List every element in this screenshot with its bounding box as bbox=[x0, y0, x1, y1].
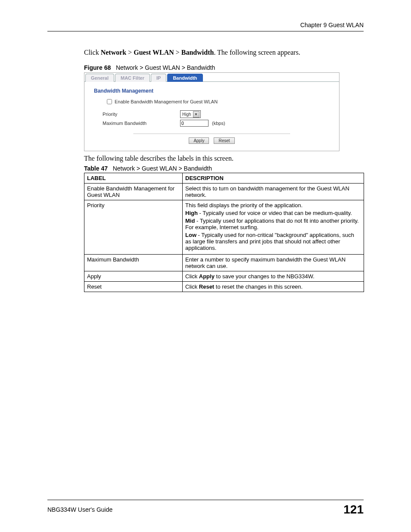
chapter-title: Chapter 9 Guest WLAN bbox=[47, 22, 364, 28]
apply-button[interactable]: Apply bbox=[189, 137, 209, 144]
cell-desc: Click Reset to reset the changes in this… bbox=[183, 282, 364, 292]
cell-label: Reset bbox=[84, 282, 183, 292]
table-header-row: LABEL DESCRIPTION bbox=[84, 173, 364, 184]
tab-bar: General MAC Filter IP Bandwidth bbox=[84, 73, 339, 82]
cell-label: Enable Bandwidth Management for Guest WL… bbox=[84, 184, 183, 200]
cell-desc: Select this to turn on bandwidth managem… bbox=[183, 184, 364, 200]
apply-bold: Apply bbox=[199, 273, 215, 280]
apply-post: to save your changes to the NBG334W. bbox=[215, 273, 314, 280]
enable-row: Enable Bandwidth Management for Guest WL… bbox=[107, 99, 333, 104]
dotted-separator bbox=[134, 134, 290, 134]
intro-sep2: > bbox=[174, 49, 181, 56]
intro-bold-guestwlan: Guest WLAN bbox=[134, 49, 174, 56]
enable-label: Enable Bandwidth Management for Guest WL… bbox=[115, 99, 218, 104]
table-caption: Table 47 Network > Guest WLAN > Bandwidt… bbox=[84, 165, 364, 172]
enable-checkbox[interactable] bbox=[107, 99, 112, 104]
unit-label: (kbps) bbox=[212, 121, 225, 126]
screenshot-panel: General MAC Filter IP Bandwidth Bandwidt… bbox=[84, 72, 339, 151]
cell-label: Priority bbox=[84, 200, 183, 255]
footer-guide-name: NBG334W User's Guide bbox=[47, 506, 112, 513]
intro-bold-bandwidth: Bandwidth bbox=[181, 49, 214, 56]
table-row: Apply Click Apply to save your changes t… bbox=[84, 271, 364, 282]
tab-ip[interactable]: IP bbox=[151, 74, 166, 82]
tab-mac-filter[interactable]: MAC Filter bbox=[115, 74, 150, 82]
table-row: Priority This field displays the priorit… bbox=[84, 200, 364, 255]
priority-desc-line: Mid - Typically used for applications th… bbox=[185, 218, 361, 230]
intro-sep1: > bbox=[126, 49, 134, 56]
cell-desc: This field displays the priority of the … bbox=[183, 200, 364, 255]
table-label: Table 47 bbox=[84, 165, 108, 172]
figure-caption-text: Network > Guest WLAN > Bandwidth bbox=[116, 64, 215, 71]
table-row: Maximum Bandwidth Enter a number to spec… bbox=[84, 255, 364, 271]
cell-desc: Enter a number to specify maximum bandwi… bbox=[183, 255, 364, 271]
header-description: DESCRIPTION bbox=[183, 173, 364, 184]
priority-desc-line: Low - Typically used for non-critical "b… bbox=[185, 232, 361, 251]
priority-desc-line: High - Typically used for voice or video… bbox=[185, 210, 361, 216]
button-row: Apply Reset bbox=[90, 137, 333, 144]
intro-bold-network: Network bbox=[101, 49, 127, 56]
priority-value: High bbox=[182, 112, 191, 117]
form-panel: Bandwidth Management Enable Bandwidth Ma… bbox=[84, 82, 339, 151]
description-table: LABEL DESCRIPTION Enable Bandwidth Manag… bbox=[84, 173, 364, 292]
reset-post: to reset the changes in this screen. bbox=[214, 283, 302, 290]
cell-desc: Click Apply to save your changes to the … bbox=[183, 271, 364, 282]
page-footer: NBG334W User's Guide 121 bbox=[47, 500, 364, 516]
figure-caption: Figure 68 Network > Guest WLAN > Bandwid… bbox=[84, 64, 364, 71]
reset-button[interactable]: Reset bbox=[214, 137, 234, 144]
intro-text: Click bbox=[84, 49, 101, 56]
priority-select[interactable]: High ▼ bbox=[180, 110, 201, 118]
max-bandwidth-input[interactable] bbox=[180, 120, 209, 127]
priority-label: Priority bbox=[103, 112, 180, 117]
cell-label: Maximum Bandwidth bbox=[84, 255, 183, 271]
priority-mid-text: - Typically used for applications that d… bbox=[185, 218, 359, 230]
tab-general[interactable]: General bbox=[85, 74, 114, 82]
priority-high-text: - Typically used for voice or video that… bbox=[198, 210, 352, 216]
section-title: Bandwidth Management bbox=[94, 88, 333, 94]
table-row: Enable Bandwidth Management for Guest WL… bbox=[84, 184, 364, 200]
max-bandwidth-label: Maximum Bandwidth bbox=[103, 121, 180, 126]
max-bandwidth-row: Maximum Bandwidth (kbps) bbox=[103, 120, 333, 127]
footer-rule bbox=[47, 500, 364, 500]
priority-high-bold: High bbox=[185, 210, 198, 216]
figure-label: Figure 68 bbox=[84, 64, 111, 71]
header-label: LABEL bbox=[84, 173, 183, 184]
after-figure-text: The following table describes the labels… bbox=[84, 155, 364, 162]
reset-pre: Click bbox=[185, 283, 199, 290]
priority-row: Priority High ▼ bbox=[103, 110, 333, 118]
reset-bold: Reset bbox=[199, 283, 214, 290]
priority-low-bold: Low bbox=[185, 232, 196, 238]
table-caption-text: Network > Guest WLAN > Bandwidth bbox=[113, 165, 212, 172]
tab-bandwidth[interactable]: Bandwidth bbox=[167, 74, 202, 82]
cell-label: Apply bbox=[84, 271, 183, 282]
dropdown-arrow-icon: ▼ bbox=[193, 111, 199, 118]
table-row: Reset Click Reset to reset the changes i… bbox=[84, 282, 364, 292]
page-number: 121 bbox=[343, 503, 364, 516]
apply-pre: Click bbox=[185, 273, 199, 280]
priority-low-text: - Typically used for non-critical "backg… bbox=[185, 232, 354, 251]
priority-desc-line: This field displays the priority of the … bbox=[185, 202, 361, 208]
intro-paragraph: Click Network > Guest WLAN > Bandwidth. … bbox=[84, 49, 364, 56]
priority-mid-bold: Mid bbox=[185, 218, 195, 224]
header-rule bbox=[47, 31, 364, 31]
intro-suffix: . The following screen appears. bbox=[214, 49, 300, 56]
